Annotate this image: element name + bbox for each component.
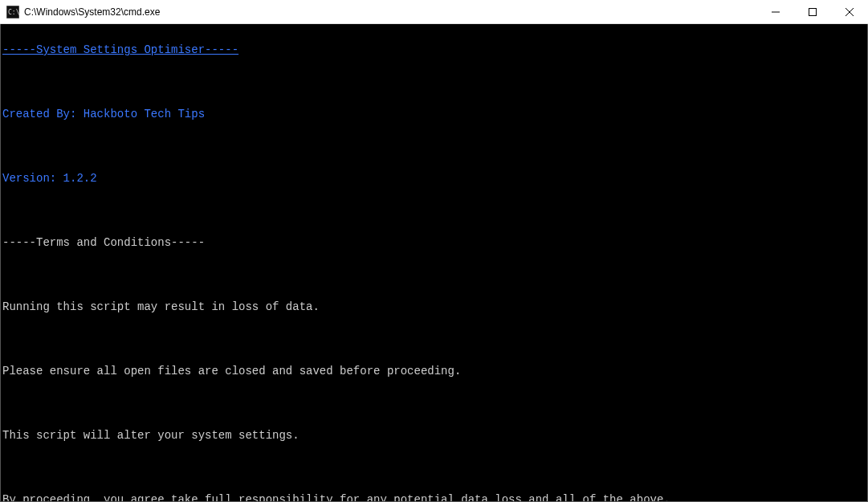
blank-line bbox=[2, 331, 867, 347]
window-title: C:\Windows\System32\cmd.exe bbox=[24, 6, 757, 18]
close-button[interactable] bbox=[831, 0, 868, 24]
blank-line bbox=[2, 267, 867, 283]
terms-line: Please ensure all open files are closed … bbox=[2, 363, 867, 379]
terminal-output[interactable]: -----System_Settings_Optimiser----- Crea… bbox=[0, 24, 868, 502]
window-controls bbox=[757, 0, 868, 23]
terms-line: By proceeding, you agree take full respo… bbox=[2, 492, 867, 502]
created-by: Created By: Hackboto Tech Tips bbox=[2, 106, 867, 122]
title-bar: C:\ C:\Windows\System32\cmd.exe bbox=[0, 0, 868, 24]
terms-line: Running this script may result in loss o… bbox=[2, 299, 867, 315]
blank-line bbox=[2, 74, 867, 90]
script-title: -----System_Settings_Optimiser----- bbox=[2, 42, 867, 58]
blank-line bbox=[2, 395, 867, 411]
terms-header: -----Terms and Conditions----- bbox=[2, 235, 867, 251]
blank-line bbox=[2, 202, 867, 218]
blank-line bbox=[2, 138, 867, 154]
cmd-icon: C:\ bbox=[6, 6, 19, 18]
svg-rect-3 bbox=[809, 9, 817, 16]
svg-text:C:\: C:\ bbox=[8, 9, 19, 16]
blank-line bbox=[2, 459, 867, 475]
version: Version: 1.2.2 bbox=[2, 170, 867, 186]
maximize-button[interactable] bbox=[794, 0, 831, 24]
minimize-button[interactable] bbox=[757, 0, 794, 24]
terms-line: This script will alter your system setti… bbox=[2, 427, 867, 443]
